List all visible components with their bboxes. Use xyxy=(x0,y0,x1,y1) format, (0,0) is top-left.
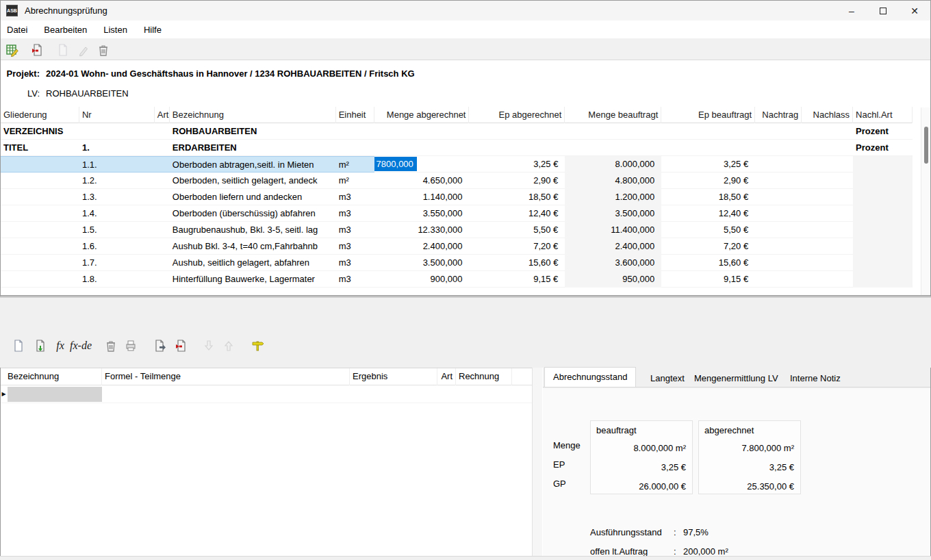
cell-menge_beauf[interactable]: 950,000 xyxy=(565,271,661,288)
cell-ep_beauf[interactable]: 7,20 € xyxy=(661,238,755,255)
col-header-nr[interactable]: Nr xyxy=(79,107,155,123)
cell-gliederung[interactable] xyxy=(1,271,79,288)
cell-nr[interactable]: 1.5. xyxy=(79,222,155,238)
col-header-menge_beauf[interactable]: Menge beauftragt xyxy=(565,107,661,123)
cell-gliederung[interactable] xyxy=(1,205,79,222)
cell-nr[interactable]: 1.1. xyxy=(79,156,155,173)
cell-menge_beauf[interactable]: 11.400,000 xyxy=(565,222,661,238)
cell-nachlass[interactable] xyxy=(802,271,853,288)
cell-ep_abg[interactable]: 18,50 € xyxy=(469,189,565,205)
cell-einheit[interactable]: m3 xyxy=(336,271,374,288)
cell-einheit[interactable]: m3 xyxy=(336,222,374,238)
cell-menge_abg[interactable]: 7800,000 xyxy=(374,156,470,173)
cell-nachl_art[interactable] xyxy=(853,205,913,222)
doc-plain-icon[interactable] xyxy=(55,42,71,58)
doc-export-icon[interactable] xyxy=(151,338,168,353)
table-row[interactable]: 1.2.Oberboden, seitlich gelagert, andeck… xyxy=(1,173,913,189)
cell-gliederung[interactable] xyxy=(1,189,79,205)
table-row[interactable]: TITEL1.ERDARBEITENProzent xyxy=(1,140,913,156)
cell-ep_abg[interactable]: 2,90 € xyxy=(469,173,565,189)
cell-einheit[interactable]: m3 xyxy=(336,189,374,205)
cell-art[interactable] xyxy=(155,222,170,238)
cell-ep_abg[interactable]: 3,25 € xyxy=(469,156,565,173)
fx-de-icon[interactable]: fx-de xyxy=(73,338,89,353)
cell-nachtrag[interactable] xyxy=(755,222,802,238)
pencil-icon[interactable] xyxy=(75,42,92,58)
cell-menge_beauf[interactable]: 8.000,000 xyxy=(565,156,661,173)
cell-nachlass[interactable] xyxy=(802,140,853,156)
cell-ep_beauf[interactable] xyxy=(661,140,755,156)
cell-ep_abg[interactable]: 7,20 € xyxy=(469,238,565,255)
formula-col-header-1[interactable]: Bezeichnung xyxy=(1,368,102,385)
cell-art[interactable] xyxy=(155,140,170,156)
print-icon[interactable] xyxy=(123,338,139,353)
cell-art[interactable] xyxy=(155,271,170,288)
cell-menge_abg[interactable]: 3.550,000 xyxy=(374,205,470,222)
cell-nr[interactable]: 1.8. xyxy=(79,271,155,288)
cell-ep_beauf[interactable]: 12,40 € xyxy=(661,205,755,222)
menge-edit-field[interactable]: 7800,000 xyxy=(374,157,417,171)
cell-art[interactable] xyxy=(155,238,170,255)
cell-ep_beauf[interactable]: 18,50 € xyxy=(661,189,755,205)
tab-mengenermittlung-lv[interactable]: Mengenermittlung LV xyxy=(686,371,787,387)
cell-nachtrag[interactable] xyxy=(755,156,802,173)
cell-menge_beauf[interactable]: 4.800,000 xyxy=(565,173,661,189)
formula-col-header-4[interactable]: Art xyxy=(437,368,456,385)
col-header-bezeichnung[interactable]: Bezeichnung xyxy=(170,107,336,123)
cell-nachtrag[interactable] xyxy=(755,189,802,205)
cell-ep_abg[interactable] xyxy=(469,123,565,140)
cell-bezeichnung[interactable]: Aushub Bkl. 3-4, t=40 cm,Fahrbahnb xyxy=(170,238,336,255)
col-header-gliederung[interactable]: Gliederung xyxy=(1,107,79,123)
cell-einheit[interactable]: m3 xyxy=(336,238,374,255)
table-row[interactable]: 1.7.Aushub, seitlich gelagert, abfahrenm… xyxy=(1,255,913,271)
cell-nachl_art[interactable]: Prozent xyxy=(853,140,913,156)
cell-gliederung[interactable]: TITEL xyxy=(1,140,79,156)
positions-scrollbar[interactable] xyxy=(921,107,930,295)
cell-menge_beauf[interactable]: 1.200,000 xyxy=(565,189,661,205)
cell-ep_abg[interactable]: 9,15 € xyxy=(469,271,565,288)
cell-bezeichnung[interactable]: Oberboden (überschüssig) abfahren xyxy=(170,205,336,222)
cell-nr[interactable]: 1.4. xyxy=(79,205,155,222)
minimize-button[interactable]: – xyxy=(836,1,867,21)
cell-ep_abg[interactable]: 15,60 € xyxy=(469,255,565,271)
cell-nachtrag[interactable] xyxy=(755,255,802,271)
table-row[interactable]: 1.5.Baugrubenaushub, Bkl. 3-5, seitl. la… xyxy=(1,222,913,238)
arrow-up-icon[interactable] xyxy=(220,338,237,353)
formula-table-row[interactable]: ▶ xyxy=(1,385,532,403)
table-row[interactable]: 1.4.Oberboden (überschüssig) abfahrenm33… xyxy=(1,205,913,222)
cell-menge_abg[interactable] xyxy=(374,140,470,156)
cell-nachlass[interactable] xyxy=(802,189,853,205)
cell-nr[interactable] xyxy=(79,123,155,140)
tab-abrechnungsstand[interactable]: Abrechnungsstand xyxy=(544,367,636,387)
cell-nr[interactable]: 1.2. xyxy=(79,173,155,189)
cell-bezeichnung[interactable]: ERDARBEITEN xyxy=(170,140,336,156)
cell-menge_beauf[interactable]: 3.600,000 xyxy=(565,255,661,271)
cell-nachl_art[interactable] xyxy=(853,255,913,271)
bezeichnung-input[interactable] xyxy=(8,387,102,402)
cell-ep_beauf[interactable]: 5,50 € xyxy=(661,222,755,238)
cell-menge_abg[interactable] xyxy=(374,123,470,140)
table-row[interactable]: VERZEICHNISROHBAUARBEITENProzent xyxy=(1,123,913,140)
cell-gliederung[interactable] xyxy=(1,238,79,255)
formula-col-header-3[interactable]: Ergebnis xyxy=(350,368,437,385)
cell-nr[interactable]: 1.3. xyxy=(79,189,155,205)
cell-menge_beauf[interactable] xyxy=(565,140,661,156)
cell-nachtrag[interactable] xyxy=(755,173,802,189)
col-header-nachlass[interactable]: Nachlass xyxy=(802,107,853,123)
cell-menge_abg[interactable]: 12.330,000 xyxy=(374,222,470,238)
cell-gliederung[interactable]: VERZEICHNIS xyxy=(1,123,79,140)
cell-einheit[interactable]: m² xyxy=(336,156,374,173)
table-row[interactable]: 1.6.Aushub Bkl. 3-4, t=40 cm,Fahrbahnbm3… xyxy=(1,238,913,255)
cell-menge_abg[interactable]: 1.140,000 xyxy=(374,189,470,205)
doc-green-arrow-icon[interactable] xyxy=(32,338,49,353)
fx-icon[interactable]: fx xyxy=(52,338,68,353)
cell-menge_abg[interactable]: 3.500,000 xyxy=(374,255,470,271)
cell-art[interactable] xyxy=(155,156,170,173)
cell-nachlass[interactable] xyxy=(802,255,853,271)
grid-edit-icon[interactable] xyxy=(4,42,21,58)
cell-nachl_art[interactable] xyxy=(853,222,913,238)
formula-col-header-5[interactable]: Rechnung xyxy=(456,368,512,385)
cell-art[interactable] xyxy=(155,189,170,205)
tab-langtext[interactable]: Langtext xyxy=(642,371,693,387)
cell-gliederung[interactable] xyxy=(1,156,79,173)
